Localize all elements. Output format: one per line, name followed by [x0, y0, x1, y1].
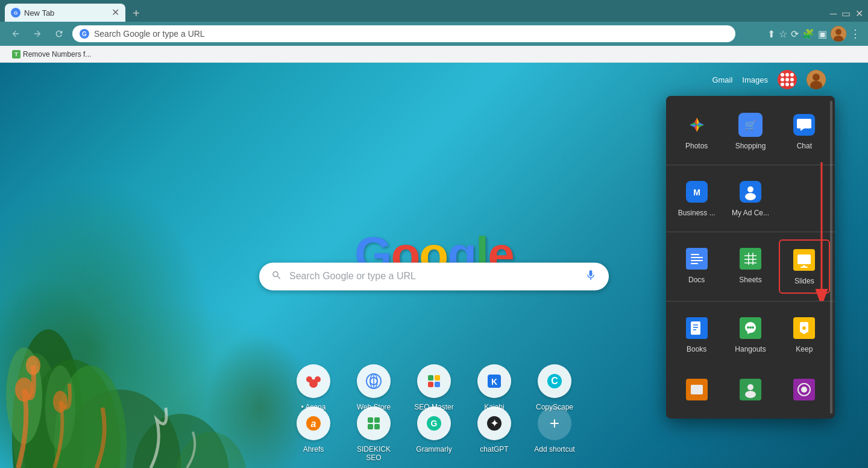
svg-rect-65 [797, 255, 811, 264]
svg-rect-69 [691, 321, 700, 335]
search-icon [271, 270, 282, 283]
shortcut-kajabi[interactable]: K Kajabi [470, 364, 518, 411]
shortcut-ahrefs[interactable]: a Ahrefs [289, 406, 338, 454]
app-row5-3[interactable] [779, 370, 830, 409]
svg-rect-29 [428, 382, 433, 387]
shortcut-copyscape[interactable]: C CopyScape [530, 364, 579, 411]
shortcut-sidekick[interactable]: SIDEKICK SEO [350, 406, 398, 462]
user-profile-avatar[interactable] [807, 70, 826, 89]
search-input[interactable]: Search Google or type a URL [289, 271, 577, 282]
forward-button[interactable] [29, 25, 46, 42]
address-input[interactable]: G Search Google or type a URL [72, 25, 735, 42]
add-shortcut-icon[interactable]: + [538, 406, 571, 440]
svg-rect-39 [368, 424, 373, 429]
books-icon [685, 316, 709, 340]
menu-icon[interactable]: ⋮ [850, 27, 861, 40]
docs-label: Docs [688, 276, 705, 284]
restore-icon[interactable]: ▭ [841, 8, 851, 19]
bookmark-item[interactable]: T Remove Numbers f... [7, 49, 96, 60]
app-business[interactable]: M Business ... [671, 172, 722, 224]
minimize-icon[interactable]: ─ [830, 8, 837, 19]
search-bar[interactable]: Search Google or type a URL [259, 262, 609, 290]
slides-icon [792, 248, 816, 272]
bookmark-label: Remove Numbers f... [23, 50, 91, 58]
app-shopping[interactable]: 🛒 Shopping [725, 106, 776, 157]
back-button[interactable] [7, 25, 24, 42]
shopping-label: Shopping [735, 142, 766, 150]
dot [785, 78, 789, 81]
docs-icon [685, 247, 709, 271]
shopping-icon: 🛒 [738, 113, 763, 137]
app-chat[interactable]: Chat [779, 106, 830, 157]
shortcut-asana[interactable]: • Asana [289, 364, 338, 411]
chatgpt-icon: ✦ [477, 406, 511, 440]
apps-divider-1 [666, 165, 835, 165]
svg-rect-55 [691, 257, 703, 258]
copyscape-icon: C [538, 364, 571, 398]
svg-rect-66 [803, 265, 805, 267]
apps-grid-row5 [666, 365, 835, 414]
mic-icon[interactable] [585, 269, 597, 284]
images-link[interactable]: Images [742, 75, 768, 84]
books-label: Books [687, 345, 706, 353]
app-row5-2[interactable] [725, 370, 776, 409]
svg-point-16 [53, 391, 68, 413]
app-keep[interactable]: Keep [779, 309, 830, 361]
asana-icon [297, 364, 330, 398]
chat-label: Chat [797, 142, 812, 150]
shortcut-webstore[interactable]: Web Store [350, 364, 398, 411]
svg-text:M: M [693, 188, 700, 197]
reload-button[interactable] [51, 25, 68, 42]
apps-divider-3 [666, 301, 835, 302]
grammarly-label: Grammarly [416, 445, 451, 454]
translate-icon[interactable]: ⟳ [791, 28, 799, 40]
bookmark-icon[interactable]: ☆ [779, 28, 787, 40]
close-window-icon[interactable]: ✕ [855, 8, 863, 19]
app-hangouts[interactable]: Hangouts [725, 309, 776, 361]
dot [785, 73, 789, 77]
app-sheets[interactable]: Sheets [725, 239, 776, 294]
business-icon: M [685, 180, 709, 204]
shortcuts-row2: a Ahrefs SIDEKICK SEO G Grammarly ✦ [289, 406, 579, 462]
tab-close-button[interactable]: ✕ [112, 8, 119, 17]
keep-icon [792, 316, 816, 340]
apps-scrollbar[interactable] [830, 101, 832, 414]
svg-text:a: a [311, 419, 316, 429]
kajabi-icon: K [477, 364, 511, 398]
app-photos[interactable]: Photos [671, 106, 722, 157]
shortcut-add[interactable]: + Add shortcut [530, 406, 579, 454]
svg-rect-56 [691, 260, 703, 261]
extensions-icon[interactable]: 🧩 [802, 28, 814, 40]
svg-point-83 [745, 391, 756, 398]
svg-rect-70 [693, 324, 698, 326]
apps-grid-row1: Photos 🛒 Shopping Chat [666, 101, 835, 162]
svg-rect-40 [374, 424, 380, 429]
tab-favicon: G [11, 8, 20, 17]
keep-label: Keep [796, 345, 813, 353]
svg-point-52 [745, 193, 756, 200]
shortcut-grammarly[interactable]: G Grammarly [410, 406, 458, 454]
google-favicon-small: G [80, 29, 89, 39]
app-docs[interactable]: Docs [671, 239, 722, 294]
webstore-icon [357, 364, 391, 398]
coral-left [0, 136, 253, 468]
app-slides[interactable]: Slides [779, 239, 830, 294]
share-icon[interactable]: ⬆ [767, 28, 775, 40]
dot [785, 83, 789, 86]
app-books[interactable]: Books [671, 309, 722, 361]
sheets-icon [738, 247, 763, 271]
app-myadcenter[interactable]: My Ad Ce... [725, 172, 776, 224]
chat-icon [792, 113, 816, 137]
gmail-link[interactable]: Gmail [712, 75, 732, 84]
shortcut-chatgpt[interactable]: ✦ chatGPT [470, 406, 518, 454]
business-label: Business ... [678, 209, 715, 217]
active-tab[interactable]: G New Tab ✕ [5, 4, 125, 22]
svg-point-18 [813, 74, 820, 81]
apps-grid-button[interactable] [778, 70, 797, 89]
address-bar: G Search Google or type a URL ⬆ ☆ ⟳ 🧩 ▣ … [0, 22, 868, 46]
new-tab-button[interactable]: + [128, 7, 145, 21]
svg-point-14 [15, 378, 33, 402]
user-avatar[interactable] [831, 26, 846, 42]
split-view-icon[interactable]: ▣ [818, 28, 827, 40]
app-row5-1[interactable] [671, 370, 722, 409]
